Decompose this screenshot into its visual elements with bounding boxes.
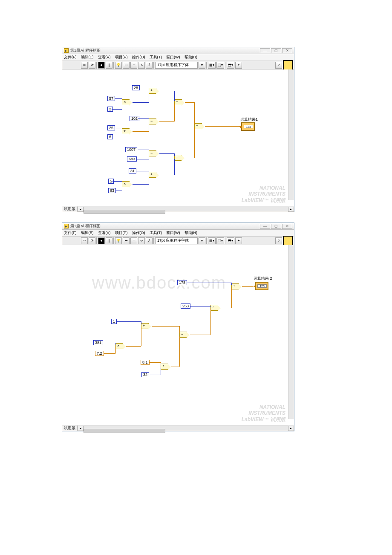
maximize-button[interactable]: ▢ [271, 224, 281, 229]
step-over-button[interactable]: ⤼ [138, 62, 145, 69]
close-button[interactable]: ✕ [282, 224, 292, 229]
distribute-button[interactable]: ⬚▾ [216, 237, 224, 244]
highlight-button[interactable]: 💡 [115, 237, 122, 244]
cleanup-button[interactable]: ✦ [235, 237, 242, 244]
indicator-value: 123 [244, 125, 253, 128]
menu-edit[interactable]: 编辑(E) [81, 55, 94, 60]
op-add-3[interactable]: + [194, 123, 202, 129]
const-63[interactable]: 63 [108, 188, 116, 193]
const-7-2[interactable]: 7.2 [95, 351, 104, 356]
menu-help[interactable]: 帮助(H) [184, 230, 198, 236]
minimize-button[interactable]: — [260, 48, 270, 53]
menu-tools[interactable]: 工具(T) [150, 230, 162, 236]
op-add-1[interactable]: + [149, 88, 156, 94]
horizontal-scrollbar[interactable]: 试用版 ◂ ▸ [62, 425, 294, 431]
step-out-button[interactable]: ⤴ [146, 237, 153, 244]
run-cont-button[interactable]: ⟳ [89, 237, 95, 244]
help-button[interactable]: ? [275, 237, 282, 244]
menu-window[interactable]: 窗口(W) [166, 230, 180, 236]
op-div-1[interactable]: ÷ [161, 364, 168, 370]
block-diagram-canvas[interactable]: 28 57 2 102 25 6 1007 683 31 5 63 × + ÷ … [62, 69, 294, 206]
toolbar: ⇨ ⟳ ● ‖ 💡 ↦ ꜜ ⤼ ⤴ 17pt 应用程序字体 ▾ ▦▾ ⬚▾ ⬒▾… [62, 237, 294, 245]
menu-project[interactable]: 项目(P) [115, 230, 128, 236]
const-683[interactable]: 683 [127, 156, 137, 162]
const-253[interactable]: 253 [181, 304, 190, 309]
align-button[interactable]: ▦▾ [208, 237, 216, 244]
const-25[interactable]: 25 [107, 125, 115, 130]
step-into-button[interactable]: ꜜ [130, 237, 137, 244]
indicator-result1[interactable]: 123 [241, 122, 255, 131]
step-into-button[interactable]: ꜜ [130, 62, 137, 69]
retain-button[interactable]: ↦ [123, 62, 130, 69]
pause-button[interactable]: ‖ [106, 237, 112, 244]
op-mul-1[interactable]: × [115, 343, 123, 349]
menu-view[interactable]: 查看(V) [98, 230, 111, 236]
op-add-2[interactable]: + [149, 172, 156, 178]
vi-icon[interactable] [283, 60, 293, 70]
font-selector[interactable]: 17pt 应用程序字体 [155, 237, 198, 244]
retain-button[interactable]: ↦ [123, 237, 130, 244]
op-sub-2[interactable]: − [149, 150, 156, 156]
titlebar[interactable]: 第1题.vi 程序框图 — ▢ ✕ [62, 47, 294, 54]
menu-view[interactable]: 查看(V) [98, 55, 111, 60]
block-diagram-canvas[interactable]: www.bdocx.com 178 253 1 381 7.2 8.1 32 ×… [62, 245, 294, 425]
scroll-right-button[interactable]: ▸ [288, 426, 294, 431]
run-button[interactable]: ⇨ [81, 237, 88, 244]
op-mul-2[interactable]: × [122, 181, 130, 187]
font-selector[interactable]: 17pt 应用程序字体 [155, 62, 198, 69]
minimize-button[interactable]: — [260, 224, 270, 229]
op-sub-1[interactable]: − [149, 119, 156, 124]
menu-file[interactable]: 文件(F) [64, 230, 77, 236]
const-1007[interactable]: 1007 [125, 147, 137, 152]
scroll-left-button[interactable]: ◂ [78, 207, 84, 212]
horizontal-scrollbar[interactable]: 试用版 ◂ ▸ [62, 206, 294, 212]
step-over-button[interactable]: ⤼ [138, 237, 145, 244]
reorder-button[interactable]: ⬒▾ [227, 237, 234, 244]
menu-operate[interactable]: 操作(O) [132, 230, 145, 236]
op-div-2[interactable]: ÷ [174, 99, 182, 105]
font-dd-button[interactable]: ▾ [199, 62, 205, 69]
scroll-left-button[interactable]: ◂ [78, 426, 84, 431]
op-div-2[interactable]: ÷ [210, 305, 218, 311]
run-button[interactable]: ⇨ [81, 62, 88, 69]
align-button[interactable]: ▦▾ [208, 62, 216, 69]
menu-file[interactable]: 文件(F) [64, 55, 77, 60]
abort-button[interactable]: ● [98, 237, 105, 244]
scroll-right-button[interactable]: ▸ [288, 207, 294, 212]
reorder-button[interactable]: ⬒▾ [227, 62, 234, 69]
distribute-button[interactable]: ⬚▾ [216, 62, 224, 69]
const-8-1[interactable]: 8.1 [141, 360, 150, 365]
menu-window[interactable]: 窗口(W) [166, 55, 180, 60]
indicator-label: 运算结果 2 [254, 276, 272, 281]
menu-operate[interactable]: 操作(O) [132, 55, 145, 60]
const-178[interactable]: 178 [177, 280, 187, 285]
op-div-1[interactable]: ÷ [122, 128, 130, 134]
menu-tools[interactable]: 工具(T) [150, 55, 162, 60]
help-button[interactable]: ? [275, 62, 282, 69]
abort-button[interactable]: ● [98, 62, 105, 69]
vi-icon[interactable] [283, 236, 293, 246]
pause-button[interactable]: ‖ [106, 62, 112, 69]
op-mul-1[interactable]: × [122, 99, 130, 105]
step-out-button[interactable]: ⤴ [146, 62, 153, 69]
font-dd-button[interactable]: ▾ [199, 237, 205, 244]
vertical-scrollbar[interactable] [288, 245, 294, 419]
const-381[interactable]: 381 [93, 340, 103, 345]
maximize-button[interactable]: ▢ [271, 48, 281, 53]
indicator-result2[interactable]: 123 [255, 282, 268, 290]
op-add-2[interactable]: + [231, 283, 239, 289]
op-add-1[interactable]: + [141, 323, 149, 329]
menu-help[interactable]: 帮助(H) [184, 55, 198, 60]
titlebar[interactable]: 第1题.vi 程序框图 — ▢ ✕ [62, 223, 294, 230]
run-cont-button[interactable]: ⟳ [89, 62, 95, 69]
op-div-3[interactable]: ÷ [174, 155, 182, 161]
menu-edit[interactable]: 编辑(E) [81, 230, 94, 236]
close-button[interactable]: ✕ [282, 48, 292, 53]
op-sub-1[interactable]: − [179, 332, 187, 338]
status-label: 试用版 [62, 206, 78, 212]
const-57[interactable]: 57 [107, 96, 115, 101]
vertical-scrollbar[interactable] [288, 69, 294, 200]
highlight-button[interactable]: 💡 [115, 62, 122, 69]
menu-project[interactable]: 项目(P) [115, 55, 128, 60]
cleanup-button[interactable]: ✦ [235, 62, 242, 69]
